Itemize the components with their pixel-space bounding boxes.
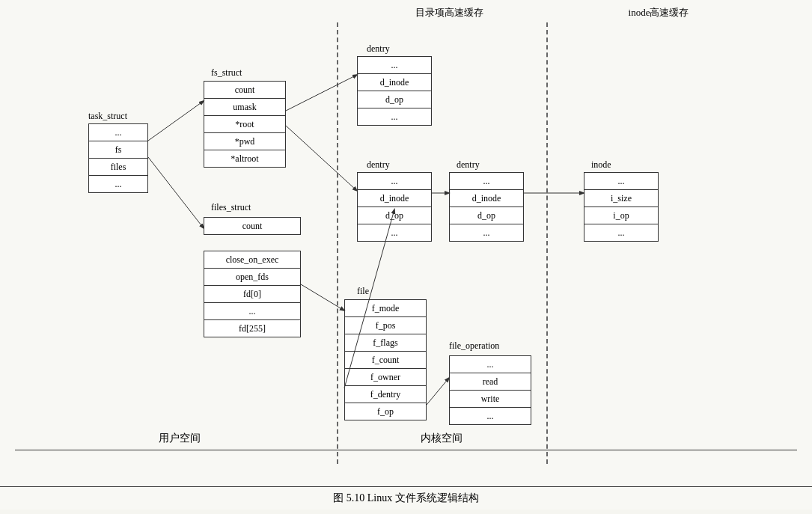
user-space-label: 用户空间 [60, 432, 299, 445]
fop-write: write [450, 391, 531, 408]
files-row-coe: close_on_exec [204, 251, 300, 269]
inode-isize: i_size [584, 190, 658, 207]
dentry3-box: ... d_inode d_op ... [449, 172, 524, 242]
d1-row1: ... [358, 57, 431, 74]
fs-struct-box: count umask *root *pwd *altroot [204, 81, 286, 168]
file-fpos: f_pos [345, 317, 426, 334]
caption: 图 5.10 Linux 文件系统逻辑结构 [0, 486, 812, 510]
files-row-dots: ... [204, 303, 300, 320]
files-struct-box-count: count [204, 217, 301, 235]
divider-1 [337, 22, 338, 464]
file-fmode: f_mode [345, 300, 426, 317]
file-fop: f_op [345, 403, 426, 420]
d2-dop: d_op [358, 207, 431, 224]
task-row-fs: fs [89, 141, 147, 159]
inode-box: ... i_size i_op ... [584, 172, 659, 242]
dentry3-label: dentry [457, 159, 480, 171]
svg-line-2 [286, 75, 357, 111]
files-row-openfds: open_fds [204, 269, 300, 286]
task-row-3: ... [89, 176, 147, 192]
inode-cache-label: inode高速缓存 [591, 6, 726, 19]
d3-row1: ... [450, 173, 523, 190]
file-fcount: f_count [345, 352, 426, 369]
diagram: 目录项高速缓存 inode高速缓存 task_struct ... fs fil… [0, 0, 812, 486]
d1-dop: d_op [358, 91, 431, 108]
file-fowner: f_owner [345, 369, 426, 386]
inode-row4: ... [584, 224, 658, 241]
task-row-files: files [89, 159, 147, 176]
files-row-fd0: fd[0] [204, 286, 300, 303]
file-fflags: f_flags [345, 334, 426, 352]
svg-line-0 [148, 101, 204, 141]
dentry2-box: ... d_inode d_op ... [357, 172, 432, 242]
d1-row4: ... [358, 108, 431, 125]
fop-row4: ... [450, 408, 531, 424]
files-row-fd255: fd[255] [204, 320, 300, 337]
d3-dinode: d_inode [450, 190, 523, 207]
d2-row1: ... [358, 173, 431, 190]
d3-row4: ... [450, 224, 523, 241]
dentry1-label: dentry [367, 43, 390, 55]
files-row-count: count [204, 218, 300, 234]
fs-row-altroot: *altroot [204, 150, 285, 167]
files-struct-label: files_struct [211, 202, 251, 213]
kernel-space-label: 内核空间 [344, 432, 539, 445]
dentry2-label: dentry [367, 159, 390, 171]
fs-row-umask: umask [204, 99, 285, 116]
fop-read: read [450, 373, 531, 391]
file-fdentry: f_dentry [345, 386, 426, 403]
dentry-cache-label: 目录项高速缓存 [367, 6, 531, 19]
files-struct-box-fds: close_on_exec open_fds fd[0] ... fd[255] [204, 251, 301, 337]
svg-line-3 [286, 126, 357, 191]
fop-row1: ... [450, 356, 531, 373]
file-op-label: file_operation [449, 340, 499, 352]
inode-row1: ... [584, 173, 658, 190]
divider-2 [546, 22, 548, 464]
task-struct-label: task_struct [88, 111, 127, 122]
file-box: f_mode f_pos f_flags f_count f_owner f_d… [344, 299, 427, 420]
bottom-line [15, 450, 797, 450]
svg-line-1 [148, 157, 204, 228]
file-label: file [357, 286, 369, 297]
d2-row4: ... [358, 224, 431, 241]
inode-iop: i_op [584, 207, 658, 224]
d1-dinode: d_inode [358, 74, 431, 91]
fs-struct-label: fs_struct [211, 67, 242, 79]
inode-label: inode [591, 159, 611, 171]
file-op-box: ... read write ... [449, 355, 531, 425]
svg-line-8 [427, 378, 449, 405]
task-row-1: ... [89, 124, 147, 141]
fs-row-root: *root [204, 116, 285, 133]
d3-dop: d_op [450, 207, 523, 224]
d2-dinode: d_inode [358, 190, 431, 207]
dentry1-box: ... d_inode d_op ... [357, 56, 432, 126]
fs-row-pwd: *pwd [204, 133, 285, 150]
fs-row-count: count [204, 82, 285, 99]
task-struct-box: ... fs files ... [88, 123, 148, 193]
